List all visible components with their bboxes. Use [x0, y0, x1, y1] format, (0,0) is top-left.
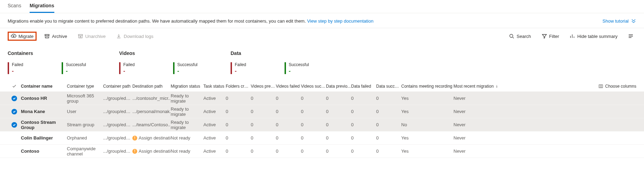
summary-cell-label: Failed — [123, 62, 173, 67]
warning-icon: ! — [132, 149, 137, 154]
col-dfail[interactable]: Data failed — [351, 84, 376, 89]
row-select[interactable] — [8, 96, 21, 101]
col-folders[interactable]: Folders created — [226, 84, 251, 89]
summary-title: Containers — [8, 50, 119, 56]
cell-mig: Ready to migrate — [171, 106, 203, 117]
summary-cell: Failed- — [8, 62, 62, 74]
col-recent[interactable]: Most recent migration — [453, 84, 499, 89]
col-name[interactable]: Container name — [21, 84, 67, 89]
cell-vfail: 0 — [276, 109, 301, 114]
summary-cell: Successful- — [62, 62, 116, 74]
hide-summary-button[interactable]: Hide table summary — [567, 32, 620, 40]
summary-panel: ContainersFailed-Successful-VideosFailed… — [0, 44, 644, 78]
chevron-double-down-icon — [631, 18, 636, 24]
cell-dprev: 0 — [326, 135, 351, 141]
summary-cell-value: - — [235, 68, 285, 74]
cell-cpath: .../group/ed53... — [103, 149, 132, 154]
table-body: Contoso HRMicrosoft 365 group.../group/e… — [0, 92, 644, 158]
table-row[interactable]: Contoso HRMicrosoft 365 group.../group/e… — [0, 92, 644, 105]
cell-folders: 0 — [226, 149, 251, 154]
col-task[interactable]: Task status — [203, 84, 226, 89]
col-recent-label: Most recent migration — [453, 84, 494, 89]
cell-folders: 0 — [226, 122, 251, 127]
cell-dfail: 0 — [351, 96, 376, 101]
col-vfail[interactable]: Videos failed — [276, 84, 301, 89]
cell-dsucc: 0 — [376, 122, 401, 127]
cell-dfail: 0 — [351, 135, 376, 141]
cell-mig: Ready to migrate — [171, 93, 203, 104]
cell-vfail: 0 — [276, 135, 301, 141]
cell-vsucc: 0 — [301, 135, 326, 141]
cell-dpath-text: .../personal/monak... — [132, 109, 171, 114]
archive-label: Archive — [52, 34, 67, 39]
cell-folders: 0 — [226, 109, 251, 114]
warning-icon: ! — [132, 136, 137, 141]
more-button[interactable] — [625, 32, 636, 40]
search-button[interactable]: Search — [506, 32, 534, 40]
cell-vprev: 0 — [251, 96, 276, 101]
cloud-up-icon — [11, 33, 16, 39]
cell-vfail: 0 — [276, 122, 301, 127]
svg-rect-0 — [45, 34, 49, 35]
arrow-down-icon — [495, 84, 499, 89]
cell-vprev: 0 — [251, 109, 276, 114]
summary-cell-label: Failed — [12, 62, 62, 67]
col-vprev[interactable]: Videos prev... — [251, 84, 276, 89]
cell-folders: 0 — [226, 96, 251, 101]
summary-title: Data — [231, 50, 342, 56]
cell-type: Companywide channel — [67, 146, 103, 157]
cell-dpath[interactable]: !Assign destination — [132, 135, 171, 141]
migrate-button[interactable]: Migrate — [8, 32, 37, 41]
svg-point-2 — [510, 34, 513, 38]
cell-task: Active — [203, 122, 226, 127]
toolbar-right: Search Filter Hide table summary — [506, 32, 636, 40]
cell-vsucc: 0 — [301, 96, 326, 101]
archive-icon — [44, 33, 50, 39]
cell-cpath: .../group/ed53... — [103, 96, 132, 101]
cell-vsucc: 0 — [301, 122, 326, 127]
summary-group: ContainersFailed-Successful- — [8, 50, 119, 74]
cell-dpath[interactable]: !Assign destination — [132, 149, 171, 154]
cell-name: Contoso — [21, 149, 67, 154]
col-vsucc[interactable]: Videos succ... — [301, 84, 326, 89]
cell-vfail: 0 — [276, 96, 301, 101]
bars-icon — [569, 33, 575, 39]
choose-columns-button[interactable]: Choose columns — [499, 84, 636, 89]
intro-link[interactable]: View step by step documentation — [307, 18, 374, 24]
col-type[interactable]: Container type — [67, 84, 103, 89]
row-select[interactable] — [8, 122, 21, 128]
migrate-label: Migrate — [18, 34, 33, 39]
tab-migrations[interactable]: Migrations — [30, 0, 54, 13]
cell-vfail: 0 — [276, 149, 301, 154]
filter-button[interactable]: Filter — [539, 32, 562, 40]
col-rec[interactable]: Contains meeting recording — [401, 84, 453, 89]
cell-dpath-text: .../teams/Contoso... — [132, 122, 171, 127]
filter-icon — [542, 33, 547, 39]
cell-dpath-text: Assign destination — [139, 149, 171, 154]
summary-cell: Successful- — [173, 62, 227, 74]
cell-type: Stream group — [67, 122, 103, 127]
col-dprev[interactable]: Data previo... — [326, 84, 351, 89]
table-row[interactable]: Contoso Stream GroupStream group.../grou… — [0, 118, 644, 131]
summary-cell-label: Failed — [235, 62, 285, 67]
select-all[interactable] — [8, 84, 21, 89]
col-cpath[interactable]: Container path — [103, 84, 132, 89]
intro-row: Migrations enable you to migrate content… — [0, 13, 644, 28]
table-row[interactable]: ContosoCompanywide channel.../group/ed53… — [0, 145, 644, 158]
col-dpath[interactable]: Destination path — [132, 84, 171, 89]
col-dsucc[interactable]: Data successful — [376, 84, 401, 89]
table-row[interactable]: Mona KaneUser.../group/ed53....../person… — [0, 105, 644, 118]
archive-button[interactable]: Archive — [41, 32, 70, 40]
cell-dpath-text: .../contosohr_micr... — [132, 96, 171, 101]
row-select[interactable] — [8, 109, 21, 114]
cell-name: Colin Ballinger — [21, 135, 67, 141]
col-mig[interactable]: Migration status — [171, 84, 203, 89]
cell-type: Microsoft 365 group — [67, 93, 103, 104]
show-tutorial-button[interactable]: Show tutorial — [603, 18, 636, 24]
tab-scans[interactable]: Scans — [8, 0, 21, 13]
cell-dfail: 0 — [351, 122, 376, 127]
summary-cell-value: - — [123, 68, 173, 74]
more-lines-icon — [628, 33, 634, 39]
search-icon — [509, 33, 514, 39]
table-row[interactable]: Colin BallingerOrphaned.../group/ed53...… — [0, 131, 644, 145]
